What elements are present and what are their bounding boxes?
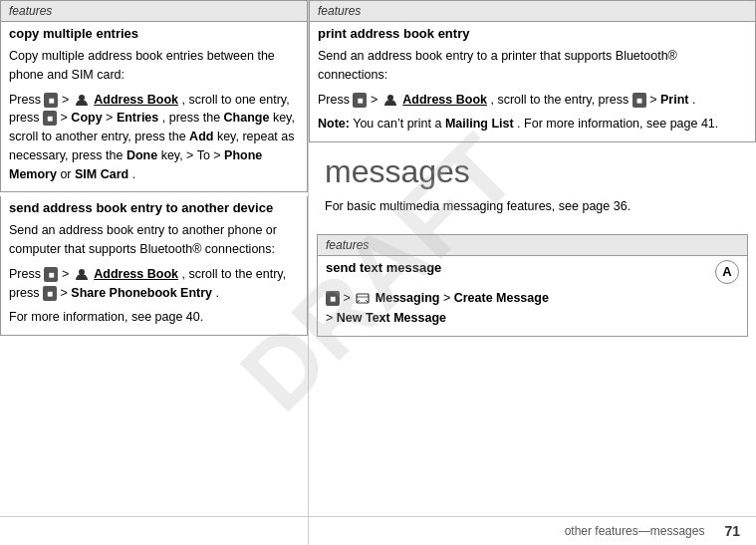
address-book-icon-2 <box>75 267 89 281</box>
gt-print: > <box>649 93 660 107</box>
press-label-2: Press <box>9 267 44 281</box>
send-text-message-row: send text message A <box>318 256 747 286</box>
menu-button-4: ■ <box>43 286 57 301</box>
bottom-features-table: features send text message A ■ > Messagi… <box>317 234 748 337</box>
address-book-text-3: Address Book <box>402 93 487 107</box>
arrow-1: > <box>62 93 73 107</box>
more-info-p40: For more information, see page 40. <box>9 308 299 327</box>
print-entry-desc: Send an address book entry to a printer … <box>318 47 747 85</box>
menu-button-1: ■ <box>44 93 58 108</box>
arrow-2: > <box>62 267 73 281</box>
send-entry-section: send address book entry to another devic… <box>0 196 308 336</box>
entries-label: Entries <box>117 111 158 125</box>
left-column: features copy multiple entries Copy mult… <box>0 0 309 545</box>
footer-label: other features—messages <box>565 524 705 538</box>
send-entry-body: Send an address book entry to another ph… <box>0 217 308 336</box>
send-entry-steps: Press ■ > Address Book , scroll to the e… <box>9 265 299 303</box>
messages-title: messages <box>325 154 740 189</box>
press-label-3: Press <box>318 93 353 107</box>
address-book-text-1: Address Book <box>94 93 178 107</box>
address-book-icon-3 <box>383 93 397 107</box>
copy-label: Copy <box>71 111 102 125</box>
print-entry-steps: Press ■ > Address Book , scroll to the e… <box>318 91 747 110</box>
send-text-body: ■ > Messaging > Create Message > New Tex… <box>318 286 747 336</box>
gt-new-text: > <box>326 311 337 325</box>
footer-page-number: 71 <box>724 523 740 539</box>
print-note: Note: You can’t print a Mailing List . F… <box>318 115 747 134</box>
done-key: Done <box>126 148 157 162</box>
messaging-icon <box>356 292 370 306</box>
bottom-features-header: features <box>318 235 747 256</box>
gt-entries: > <box>106 111 117 125</box>
period-3: . <box>692 93 695 107</box>
messages-section: messages For basic multimedia messaging … <box>309 142 756 224</box>
left-features-header-label: features <box>9 4 52 18</box>
messaging-label: Messaging <box>376 291 440 305</box>
mailing-list-label: Mailing List <box>445 117 514 131</box>
menu-button-3: ■ <box>44 267 58 282</box>
address-book-icon-1 <box>75 93 89 107</box>
left-features-header: features <box>0 0 308 22</box>
address-book-text-2: Address Book <box>94 267 178 281</box>
send-entry-desc: Send an address book entry to another ph… <box>9 221 299 259</box>
copy-multiple-body: Copy multiple address book entries betwe… <box>0 43 308 192</box>
menu-button-2: ■ <box>43 111 57 126</box>
menu-button-5: ■ <box>353 93 367 108</box>
footer: other features—messages 71 <box>0 516 756 545</box>
messages-desc: For basic multimedia messaging features,… <box>325 197 740 216</box>
sim-card-label: SIM Card <box>75 167 128 181</box>
right-column: features print address book entry Send a… <box>309 0 756 545</box>
note-label: Note: <box>318 117 350 131</box>
print-entry-section: print address book entry Send an address… <box>309 22 756 142</box>
note-text-2: . For more information, see page 41. <box>517 117 718 131</box>
copy-multiple-title: copy multiple entries <box>0 22 308 43</box>
menu-button-7: ■ <box>326 291 340 306</box>
add-key: Add <box>189 130 213 143</box>
copy-path: > <box>61 111 72 125</box>
print-label: Print <box>660 93 688 107</box>
send-entry-title: send address book entry to another devic… <box>0 196 308 217</box>
gt-create: > <box>443 291 454 305</box>
period-1: . <box>132 167 135 181</box>
menu-button-6: ■ <box>632 93 646 108</box>
press-label-1: Press <box>9 93 44 107</box>
right-features-header: features <box>309 0 756 22</box>
new-text-message-label: New Text Message <box>337 311 446 325</box>
print-entry-title: print address book entry <box>309 22 756 43</box>
copy-multiple-steps: Press ■ > Address Book , scroll to one e… <box>9 91 299 184</box>
share-phonebook-label: Share Phonebook Entry <box>71 286 212 300</box>
key-text-3: key, > To > <box>161 148 224 162</box>
press-change: , press the <box>162 111 224 125</box>
gt-messaging: > <box>344 291 355 305</box>
a-circle-icon: A <box>715 260 739 284</box>
or-text: or <box>60 167 75 181</box>
period-2: . <box>216 286 219 300</box>
arrow-3: > <box>371 93 381 107</box>
gt-share: > <box>61 286 72 300</box>
send-text-title: send text message <box>326 260 441 275</box>
scroll-text-3: , scroll to the entry, press <box>490 93 631 107</box>
copy-multiple-desc: Copy multiple address book entries betwe… <box>9 47 299 85</box>
create-message-label: Create Message <box>454 291 549 305</box>
note-text-1: You can’t print a <box>353 117 445 131</box>
right-features-header-label: features <box>318 4 361 18</box>
page-container: DRAFT features copy multiple entries Cop… <box>0 0 756 545</box>
copy-multiple-entries-section: copy multiple entries Copy multiple addr… <box>0 22 308 192</box>
change-key: Change <box>224 111 270 125</box>
print-entry-body: Send an address book entry to a printer … <box>309 43 756 142</box>
